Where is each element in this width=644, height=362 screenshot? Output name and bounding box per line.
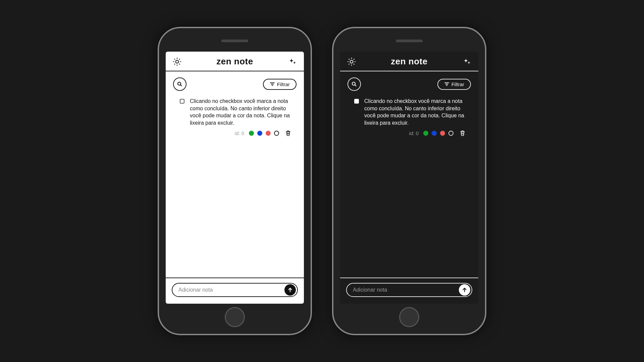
note-actions-row: id: 0: [180, 128, 293, 138]
search-button[interactable]: [173, 77, 186, 91]
add-note-input[interactable]: [353, 287, 459, 293]
theme-toggle-button[interactable]: [172, 57, 182, 66]
color-swatch-outline[interactable]: [448, 131, 453, 136]
color-swatch-blue[interactable]: [257, 131, 262, 136]
trash-icon: [285, 130, 291, 136]
submit-note-button[interactable]: [459, 284, 470, 296]
brightness-icon: [347, 57, 356, 66]
trash-icon: [459, 130, 466, 136]
footer: [166, 278, 304, 304]
note-id-label: id: 0: [235, 130, 244, 136]
note-actions-row: id: 0: [354, 128, 468, 138]
color-swatch-green[interactable]: [249, 131, 254, 136]
filter-button[interactable]: Filtrar: [437, 79, 471, 90]
note-item: Clicando no checkbox você marca a nota c…: [173, 96, 297, 140]
app-header: zen note: [166, 52, 304, 71]
color-swatch-red[interactable]: [440, 131, 445, 136]
sparkle-button[interactable]: [462, 57, 472, 66]
phone-frame-light: zen note Filtrar Clicando no checkbox vo…: [158, 27, 312, 335]
arrow-up-icon: [462, 287, 468, 293]
svg-point-0: [178, 82, 181, 85]
search-icon: [351, 81, 357, 87]
app-screen-light: zen note Filtrar Clicando no checkbox vo…: [166, 52, 304, 304]
sparkle-icon: [463, 58, 471, 66]
add-note-pill: [346, 283, 472, 297]
app-screen-dark: zen note Filtrar Clicando no checkbox vo…: [340, 52, 478, 304]
app-title: zen note: [391, 56, 427, 67]
phone-frame-dark: zen note Filtrar Clicando no checkbox vo…: [332, 27, 486, 335]
note-main-row: Clicando no checkbox você marca a nota c…: [354, 98, 468, 126]
svg-line-9: [355, 85, 356, 86]
brightness-icon: [173, 57, 181, 66]
color-swatch-blue[interactable]: [432, 131, 437, 136]
color-swatch-green[interactable]: [423, 131, 428, 136]
toolbar: Filtrar: [166, 71, 304, 94]
submit-note-button[interactable]: [284, 284, 296, 296]
phone-speaker: [221, 40, 248, 42]
note-list: Clicando no checkbox você marca a nota c…: [166, 94, 304, 278]
sparkle-icon: [288, 58, 297, 66]
filter-icon: [270, 81, 275, 87]
app-header: zen note: [340, 52, 478, 71]
svg-point-8: [352, 82, 355, 85]
delete-note-button[interactable]: [459, 128, 466, 138]
color-swatch-red[interactable]: [266, 131, 271, 136]
app-title: zen note: [216, 56, 253, 67]
phone-home-button: [225, 307, 245, 327]
footer: [340, 278, 478, 304]
add-note-pill: [172, 283, 298, 297]
theme-toggle-button[interactable]: [347, 57, 356, 66]
note-main-row: Clicando no checkbox você marca a nota c…: [180, 98, 293, 126]
note-checkbox[interactable]: [354, 99, 359, 104]
phone-home-button: [399, 307, 419, 327]
delete-note-button[interactable]: [284, 128, 292, 138]
note-text: Clicando no checkbox você marca a nota c…: [190, 98, 293, 126]
add-note-input[interactable]: [178, 287, 284, 293]
sparkle-button[interactable]: [288, 57, 297, 66]
svg-line-1: [180, 85, 182, 86]
search-button[interactable]: [347, 77, 361, 91]
note-text: Clicando no checkbox você marca a nota c…: [364, 98, 468, 126]
arrow-up-icon: [287, 287, 293, 293]
filter-label: Filtrar: [277, 81, 290, 87]
search-icon: [177, 81, 183, 87]
color-swatch-outline[interactable]: [274, 131, 279, 136]
note-id-label: id: 0: [409, 130, 419, 136]
filter-label: Filtrar: [451, 81, 464, 87]
note-checkbox[interactable]: [180, 99, 184, 104]
phone-speaker: [396, 40, 423, 42]
toolbar: Filtrar: [340, 71, 478, 94]
note-item: Clicando no checkbox você marca a nota c…: [347, 96, 471, 140]
note-list: Clicando no checkbox você marca a nota c…: [340, 94, 478, 278]
filter-icon: [444, 81, 449, 87]
filter-button[interactable]: Filtrar: [263, 79, 297, 90]
